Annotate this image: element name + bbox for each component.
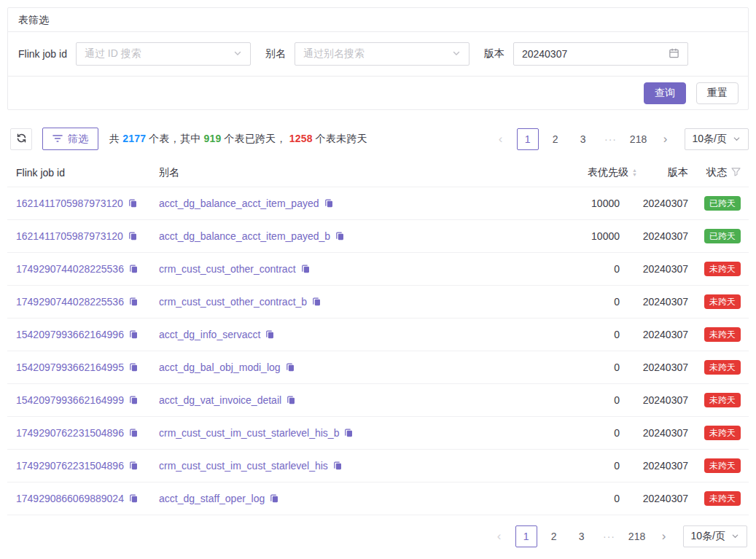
filter-card: 表筛选 Flink job id 通过 ID 搜索 别名 通过别名搜索: [7, 7, 749, 110]
cell-flink-job-id: 1749290762231504896: [7, 460, 150, 472]
copy-icon[interactable]: [128, 198, 138, 208]
copy-icon[interactable]: [335, 231, 345, 241]
cell-version: 20240307: [637, 263, 688, 275]
cell-priority: 10000: [528, 230, 637, 242]
column-priority-label: 表优先级: [588, 166, 628, 179]
flink-job-id-label: Flink job id: [18, 48, 67, 60]
cell-version: 20240307: [637, 329, 688, 340]
flink-job-id-link[interactable]: 1542097993662164999: [16, 394, 124, 406]
alias-link[interactable]: crm_cust_cust_other_contract: [159, 263, 296, 275]
prev-page-button[interactable]: ‹: [491, 129, 511, 149]
table-row: 1542097993662164996 acct_dg_info_servacc…: [7, 318, 749, 351]
cell-alias: acct_dg_balance_acct_item_payed_b: [150, 230, 528, 242]
flink-job-id-link[interactable]: 1749290744028225536: [16, 296, 124, 308]
cell-priority: 0: [528, 460, 637, 472]
page-size-select[interactable]: 10条/页: [685, 128, 749, 150]
copy-icon[interactable]: [128, 395, 139, 405]
reset-button[interactable]: 重置: [696, 82, 739, 104]
summary-suffix: 个表未跨天: [313, 133, 367, 144]
filter-toggle-button[interactable]: 筛选: [42, 128, 98, 150]
copy-icon[interactable]: [269, 493, 279, 504]
status-badge: 已跨天: [704, 229, 741, 243]
copy-icon[interactable]: [128, 362, 139, 372]
alias-link[interactable]: acct_dg_balance_acct_item_payed_b: [159, 230, 330, 242]
prev-page-button[interactable]: ‹: [489, 526, 510, 547]
pagination-page[interactable]: ···: [600, 128, 622, 150]
field-version: 版本 20240307: [484, 42, 688, 66]
alias-link[interactable]: acct_dg_info_servacct: [159, 329, 260, 340]
copy-icon[interactable]: [311, 297, 322, 307]
pagination-top: ‹ 123···218 › 10条/页: [491, 128, 749, 150]
flink-job-id-link[interactable]: 1749290866069889024: [16, 493, 124, 504]
alias-link[interactable]: acct_dg_vat_invoice_detail: [159, 394, 281, 406]
flink-job-id-placeholder: 通过 ID 搜索: [85, 47, 141, 60]
column-status-label: 状态: [706, 166, 727, 179]
page-size-select[interactable]: 10条/页: [683, 525, 747, 547]
pagination-page[interactable]: 3: [572, 128, 594, 150]
alias-link[interactable]: acct_dg_balance_acct_item_payed: [159, 198, 319, 209]
copy-icon[interactable]: [332, 461, 343, 471]
copy-icon[interactable]: [128, 493, 139, 504]
flink-job-id-link[interactable]: 1749290762231504896: [16, 460, 124, 472]
table-row: 1749290866069889024 acct_dg_staff_oper_l…: [7, 482, 749, 515]
pagination-page[interactable]: ···: [599, 525, 620, 547]
table: Flink job id 别名 表优先级 ▲▼ 版本 状态: [7, 159, 749, 515]
pagination-page[interactable]: 2: [543, 525, 565, 547]
flink-job-id-link[interactable]: 1621411705987973120: [16, 198, 123, 209]
page-size-value: 10条/页: [693, 133, 727, 146]
copy-icon[interactable]: [286, 395, 296, 405]
cell-status: 未跨天: [688, 458, 749, 473]
pagination-page[interactable]: 1: [517, 128, 539, 150]
flink-job-id-link[interactable]: 1542097993662164995: [16, 361, 124, 373]
table-row: 1749290744028225536 crm_cust_cust_other_…: [7, 286, 749, 318]
cell-priority: 0: [528, 493, 637, 504]
pagination-page[interactable]: 3: [571, 525, 593, 547]
copy-icon[interactable]: [285, 362, 295, 372]
flink-job-id-select[interactable]: 通过 ID 搜索: [76, 42, 251, 66]
copy-icon[interactable]: [300, 264, 311, 274]
alias-link[interactable]: acct_dg_bal_obj_modi_log: [159, 361, 281, 373]
alias-link[interactable]: crm_cust_cust_other_contract_b: [159, 296, 307, 308]
summary-crossed-count: 919: [203, 133, 221, 144]
flink-job-id-link[interactable]: 1621411705987973120: [16, 230, 123, 242]
pagination-page[interactable]: 218: [628, 128, 650, 150]
query-button[interactable]: 查询: [644, 82, 686, 104]
filter-card-title: 表筛选: [8, 8, 748, 32]
sort-icon[interactable]: ▲▼: [632, 168, 637, 177]
copy-icon[interactable]: [324, 198, 334, 208]
alias-placeholder: 通过别名搜索: [303, 47, 365, 60]
cell-version: 20240307: [637, 230, 688, 242]
alias-link[interactable]: crm_cust_cust_im_cust_starlevel_his: [159, 460, 328, 472]
flink-job-id-link[interactable]: 1749290762231504896: [16, 427, 124, 439]
copy-icon[interactable]: [128, 461, 139, 471]
alias-link[interactable]: crm_cust_cust_im_cust_starlevel_his_b: [159, 427, 339, 439]
copy-icon[interactable]: [265, 329, 275, 340]
pagination-page[interactable]: 1: [515, 525, 537, 547]
copy-icon[interactable]: [128, 231, 138, 241]
copy-icon[interactable]: [128, 264, 139, 274]
cell-priority: 0: [528, 263, 637, 275]
cell-alias: crm_cust_cust_other_contract_b: [150, 296, 528, 308]
column-flink-job-id: Flink job id: [7, 167, 150, 179]
copy-icon[interactable]: [128, 428, 139, 438]
alias-select[interactable]: 通过别名搜索: [295, 42, 469, 66]
summary-total-count: 2177: [122, 133, 146, 144]
flink-job-id-link[interactable]: 1542097993662164996: [16, 329, 124, 340]
alias-link[interactable]: acct_dg_staff_oper_log: [159, 493, 265, 504]
flink-job-id-link[interactable]: 1749290744028225536: [16, 263, 124, 275]
table-row: 1542097993662164995 acct_dg_bal_obj_modi…: [7, 351, 749, 384]
copy-icon[interactable]: [128, 329, 139, 340]
version-date-input[interactable]: 20240307: [513, 42, 688, 66]
next-page-button[interactable]: ›: [654, 526, 674, 547]
filter-funnel-icon[interactable]: [731, 167, 741, 179]
pagination-page[interactable]: 2: [545, 128, 566, 150]
pagination-page[interactable]: 218: [626, 525, 648, 547]
cell-version: 20240307: [637, 361, 688, 373]
cell-status: 已跨天: [688, 229, 749, 243]
copy-icon[interactable]: [343, 428, 354, 438]
filter-toggle-label: 筛选: [68, 133, 88, 146]
cell-flink-job-id: 1542097993662164996: [7, 329, 150, 340]
refresh-button[interactable]: [10, 128, 32, 150]
copy-icon[interactable]: [128, 297, 139, 307]
next-page-button[interactable]: ›: [655, 129, 676, 149]
